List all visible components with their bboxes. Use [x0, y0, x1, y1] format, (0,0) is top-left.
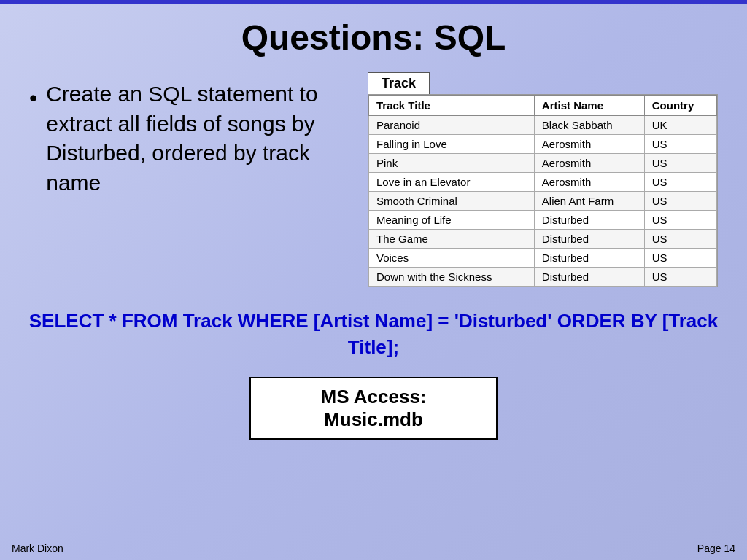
- table-cell: Black Sabbath: [534, 116, 644, 135]
- left-content: • Create an SQL statement to extract all…: [29, 72, 346, 198]
- table-cell: Disturbed: [534, 249, 644, 268]
- table-cell: Voices: [369, 249, 535, 268]
- table-cell: Falling in Love: [369, 135, 535, 154]
- table-cell: Aerosmith: [534, 154, 644, 173]
- table-cell: Love in an Elevator: [369, 173, 535, 192]
- table-cell: US: [644, 192, 716, 211]
- footer-author: Mark Dixon: [12, 542, 63, 554]
- bullet-point: • Create an SQL statement to extract all…: [29, 79, 346, 198]
- track-table: Track Title Artist Name Country Paranoid…: [368, 95, 717, 287]
- table-cell: US: [644, 268, 716, 287]
- table-container: Track Title Artist Name Country Paranoid…: [368, 94, 718, 287]
- table-cell: Disturbed: [534, 230, 644, 249]
- bullet-dot: •: [29, 82, 37, 114]
- table-cell: US: [644, 211, 716, 230]
- table-cell: Pink: [369, 154, 535, 173]
- table-row: Meaning of LifeDisturbedUS: [369, 211, 717, 230]
- table-row: Smooth CriminalAlien Ant FarmUS: [369, 192, 717, 211]
- table-row: Falling in LoveAerosmithUS: [369, 135, 717, 154]
- table-row: The GameDisturbedUS: [369, 230, 717, 249]
- footer-page: Page 14: [697, 542, 735, 554]
- right-content: Track Track Title Artist Name Country Pa…: [368, 72, 718, 287]
- table-cell: US: [644, 230, 716, 249]
- table-row: VoicesDisturbedUS: [369, 249, 717, 268]
- table-cell: Down with the Sickness: [369, 268, 535, 287]
- table-cell: Smooth Criminal: [369, 192, 535, 211]
- table-tab: Track: [368, 72, 430, 94]
- col-header-artist: Artist Name: [534, 96, 644, 116]
- table-cell: US: [644, 173, 716, 192]
- table-cell: The Game: [369, 230, 535, 249]
- content-area: • Create an SQL statement to extract all…: [0, 72, 747, 287]
- table-row: PinkAerosmithUS: [369, 154, 717, 173]
- table-cell: Aerosmith: [534, 173, 644, 192]
- table-cell: Paranoid: [369, 116, 535, 135]
- table-cell: Meaning of Life: [369, 211, 535, 230]
- bullet-text: Create an SQL statement to extract all f…: [46, 79, 346, 198]
- table-cell: US: [644, 249, 716, 268]
- table-cell: US: [644, 135, 716, 154]
- table-cell: Aerosmith: [534, 135, 644, 154]
- footer: Mark Dixon Page 14: [0, 542, 747, 554]
- table-row: Down with the SicknessDisturbedUS: [369, 268, 717, 287]
- table-row: ParanoidBlack SabbathUK: [369, 116, 717, 135]
- slide-title: Questions: SQL: [0, 4, 747, 72]
- col-header-country: Country: [644, 96, 716, 116]
- sql-query: SELECT * FROM Track WHERE [Artist Name] …: [15, 308, 732, 361]
- table-row: Love in an ElevatorAerosmithUS: [369, 173, 717, 192]
- table-cell: UK: [644, 116, 716, 135]
- msaccess-box: MS Access: Music.mdb: [249, 377, 498, 440]
- col-header-title: Track Title: [369, 96, 535, 116]
- table-cell: Disturbed: [534, 211, 644, 230]
- table-cell: US: [644, 154, 716, 173]
- table-cell: Alien Ant Farm: [534, 192, 644, 211]
- table-cell: Disturbed: [534, 268, 644, 287]
